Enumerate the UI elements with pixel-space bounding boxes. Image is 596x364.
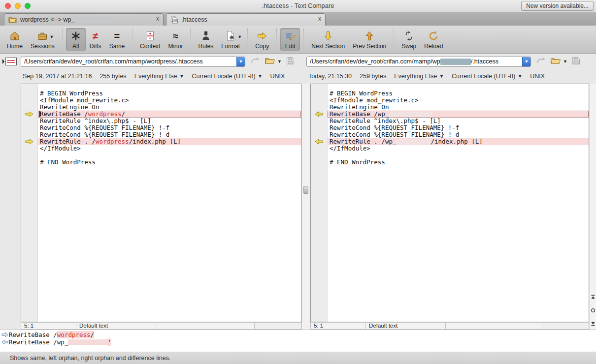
code-line[interactable]: RewriteRule ^index\.php$ - [L] bbox=[328, 118, 589, 124]
close-tab-icon[interactable]: x bbox=[318, 16, 321, 22]
chevron-down-icon: ▼ bbox=[179, 74, 184, 79]
code-line[interactable]: </IfModule> bbox=[328, 145, 589, 152]
next-section-button[interactable]: Next Section bbox=[307, 28, 349, 51]
code-line[interactable]: RewriteEngine On bbox=[38, 104, 301, 111]
right-hscrollbar[interactable] bbox=[446, 322, 542, 330]
right-file-path: /Users/crifan/dev/dev_root/crifan.com/ma… bbox=[310, 58, 440, 65]
center-diff-icon[interactable] bbox=[591, 306, 596, 315]
sessions-icon: ▼ bbox=[36, 30, 48, 42]
gutter-row bbox=[311, 131, 327, 138]
code-line[interactable] bbox=[328, 152, 589, 159]
code-line[interactable]: RewriteBase /wp_ bbox=[328, 111, 589, 118]
detail-arrow-left-icon bbox=[1, 339, 8, 345]
code-line[interactable]: # BEGIN WordPress bbox=[38, 90, 301, 97]
chevron-down-icon[interactable]: ▼ bbox=[237, 34, 242, 39]
right-file-path-combo[interactable]: /Users/crifan/dev/dev_root/crifan.com/ma… bbox=[306, 57, 531, 67]
left-file-info: Sep 19, 2017 at 21:21:16 255 bytes Every… bbox=[0, 73, 305, 80]
tab-label: .htaccess bbox=[181, 16, 207, 23]
same-button[interactable]: =Same bbox=[105, 28, 129, 51]
splitter-grip-icon[interactable] bbox=[303, 186, 308, 194]
edit-button[interactable]: Edit bbox=[280, 28, 300, 51]
toolbar: Home▼SessionsAll≠Diffs=SameContext≈Minor… bbox=[0, 26, 596, 54]
minor-button[interactable]: ≈Minor bbox=[164, 28, 187, 51]
diff-arrow-left-icon[interactable] bbox=[311, 111, 327, 118]
copy-button[interactable]: Copy bbox=[251, 28, 273, 51]
code-line[interactable]: RewriteRule . /wp_/index.php [L] bbox=[328, 138, 589, 145]
rules-button[interactable]: Rules bbox=[194, 28, 217, 51]
left-path-buttons: ▼ bbox=[250, 57, 295, 67]
prev-section-button[interactable]: Prev Section bbox=[349, 28, 390, 51]
toolbar-button-label: Copy bbox=[255, 43, 269, 50]
left-diff-gutter bbox=[21, 84, 38, 322]
code-line[interactable]: RewriteBase /wordpress/ bbox=[38, 111, 301, 118]
tab-bar: wordpress <--> wp_x.htaccessx bbox=[0, 12, 596, 26]
chevron-down-icon[interactable]: ▼ bbox=[522, 57, 530, 66]
toolbar-separator bbox=[62, 29, 63, 50]
text-cursor bbox=[39, 111, 40, 117]
right-filter-dropdown[interactable]: Everything Else▼ bbox=[394, 73, 444, 80]
update-available-button[interactable]: New version available... bbox=[521, 1, 594, 11]
app-statusbar: Shows same, left orphan, right orphan an… bbox=[0, 352, 596, 364]
gutter-row bbox=[311, 104, 327, 111]
reload-button[interactable]: Reload bbox=[420, 28, 447, 51]
diff-arrow-right-icon[interactable] bbox=[21, 111, 37, 118]
sessions-button[interactable]: ▼Sessions bbox=[27, 28, 59, 51]
diffs-button[interactable]: ≠Diffs bbox=[86, 28, 105, 51]
code-line[interactable]: RewriteEngine On bbox=[328, 104, 589, 111]
chevron-down-icon[interactable]: ▼ bbox=[49, 34, 54, 39]
left-file-size: 255 bytes bbox=[99, 73, 126, 80]
code-line[interactable]: <IfModule mod_rewrite.c> bbox=[38, 97, 301, 104]
all-button[interactable]: All bbox=[66, 28, 86, 51]
app-window: .htaccess - Text Compare New version ava… bbox=[0, 0, 596, 364]
code-text: RewriteCond %{REQUEST_FILENAME} !-d bbox=[330, 131, 459, 138]
code-line[interactable]: <IfModule mod_rewrite.c> bbox=[328, 97, 589, 104]
code-line[interactable]: # END WordPress bbox=[38, 159, 301, 166]
code-line[interactable]: RewriteCond %{REQUEST_FILENAME} !-d bbox=[38, 131, 301, 138]
diff-arrow-right-icon[interactable] bbox=[21, 138, 37, 145]
code-text: RewriteRule . / bbox=[40, 138, 96, 145]
code-line[interactable]: RewriteCond %{REQUEST_FILENAME} !-f bbox=[328, 124, 589, 131]
pane-divider[interactable] bbox=[301, 84, 310, 330]
redacted-text bbox=[389, 112, 432, 117]
code-line[interactable]: RewriteRule . /wordpress/index.php [L] bbox=[38, 138, 301, 145]
right-hscrollbar-end[interactable] bbox=[542, 322, 589, 330]
left-hscrollbar-end[interactable] bbox=[255, 322, 301, 330]
code-line[interactable]: RewriteCond %{REQUEST_FILENAME} !-d bbox=[328, 131, 589, 138]
diff-arrow-left-icon[interactable] bbox=[311, 138, 327, 145]
folder-dropdown-icon[interactable]: ▼ bbox=[563, 59, 567, 64]
right-file-date: Today, 21:15:30 bbox=[308, 73, 352, 80]
swap-icon bbox=[403, 30, 415, 42]
home-button[interactable]: Home bbox=[3, 28, 27, 51]
left-file-path-combo[interactable]: /Users/crifan/dev/dev_root/crifan.com/ma… bbox=[21, 57, 245, 67]
scroll-to-bottom-icon[interactable] bbox=[591, 319, 596, 328]
tab-session[interactable]: wordpress <--> wp_x bbox=[4, 13, 164, 26]
sections-list-icon[interactable] bbox=[2, 57, 18, 66]
left-hscrollbar[interactable] bbox=[156, 322, 255, 330]
left-filter-dropdown[interactable]: Everything Else▼ bbox=[134, 73, 184, 80]
tab-htaccess[interactable]: .htaccessx bbox=[166, 13, 326, 26]
left-pane-statusbar: 5: 1 Default text bbox=[21, 322, 301, 330]
left-encoding-dropdown[interactable]: Current Locale (UTF-8)▼ bbox=[192, 73, 262, 80]
code-line[interactable]: RewriteRule ^index\.php$ - [L] bbox=[38, 118, 301, 124]
code-line[interactable]: # BEGIN WordPress bbox=[328, 90, 589, 97]
code-text: RewriteEngine On bbox=[330, 103, 389, 111]
right-encoding-dropdown[interactable]: Current Locale (UTF-8)▼ bbox=[452, 73, 522, 80]
right-code-area[interactable]: # BEGIN WordPress<IfModule mod_rewrite.c… bbox=[328, 84, 589, 322]
chevron-down-icon[interactable]: ▼ bbox=[236, 57, 245, 66]
open-folder-icon[interactable] bbox=[265, 57, 275, 66]
code-text: # END WordPress bbox=[40, 158, 96, 166]
scroll-to-top-icon[interactable] bbox=[591, 293, 596, 302]
context-button[interactable]: Context bbox=[136, 28, 164, 51]
close-tab-icon[interactable]: x bbox=[156, 16, 159, 22]
open-folder-icon[interactable] bbox=[550, 57, 561, 66]
code-line[interactable]: RewriteCond %{REQUEST_FILENAME} !-f bbox=[38, 124, 301, 131]
code-text: RewriteCond %{REQUEST_FILENAME} !-d bbox=[40, 131, 169, 138]
code-line[interactable] bbox=[38, 152, 301, 159]
code-line[interactable]: </IfModule> bbox=[38, 145, 301, 152]
folder-dropdown-icon[interactable]: ▼ bbox=[277, 59, 282, 64]
context-icon bbox=[144, 30, 156, 42]
left-code-area[interactable]: # BEGIN WordPress<IfModule mod_rewrite.c… bbox=[38, 84, 301, 322]
format-button[interactable]: ▼Format bbox=[217, 28, 244, 51]
code-line[interactable]: # END WordPress bbox=[328, 159, 589, 166]
swap-button[interactable]: Swap bbox=[397, 28, 420, 51]
